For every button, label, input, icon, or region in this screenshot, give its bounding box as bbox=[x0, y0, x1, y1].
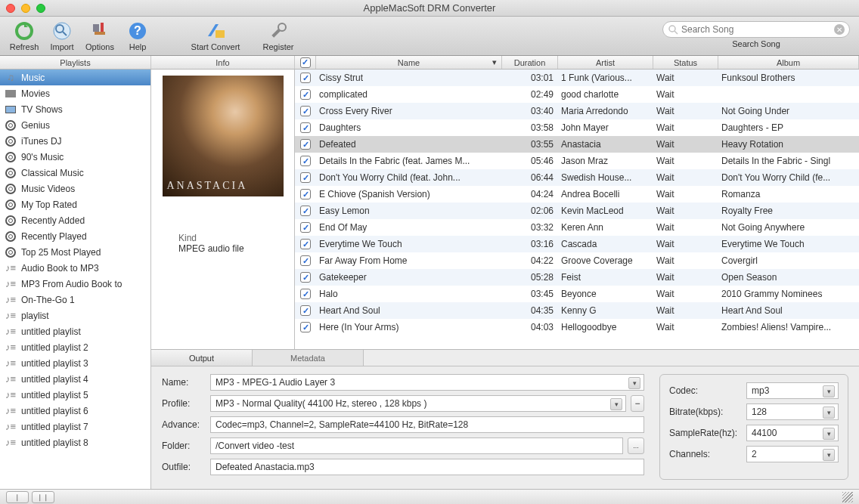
name-header[interactable]: Name▾ bbox=[316, 56, 502, 69]
table-row[interactable]: ✓Heart And Soul04:35Kenny GWaitHeart And… bbox=[295, 302, 859, 319]
play-button[interactable]: ❘ bbox=[6, 491, 29, 503]
sidebar-item[interactable]: iTunes DJ bbox=[0, 133, 150, 149]
info-header: Info bbox=[151, 56, 295, 69]
sidebar-item-label: untitled playlist 7 bbox=[21, 422, 88, 432]
table-row[interactable]: ✓Far Away From Home04:22Groove CoverageW… bbox=[295, 252, 859, 269]
row-checkbox[interactable]: ✓ bbox=[300, 305, 311, 316]
album-header[interactable]: Album bbox=[718, 56, 859, 69]
sidebar-item[interactable]: ♪≡untitled playlist bbox=[0, 323, 150, 339]
refresh-button[interactable]: Refresh bbox=[6, 18, 42, 54]
clear-search-icon[interactable]: ✕ bbox=[834, 24, 845, 35]
row-checkbox[interactable]: ✓ bbox=[300, 272, 311, 283]
sidebar-item[interactable]: 90's Music bbox=[0, 149, 150, 165]
checkbox-header[interactable]: ✓ bbox=[295, 56, 316, 69]
sidebar-item[interactable]: ♪≡playlist bbox=[0, 308, 150, 323]
table-row[interactable]: ✓Don't You Worry Child (feat. John...06:… bbox=[295, 169, 859, 186]
sidebar-item[interactable]: ♪≡untitled playlist 2 bbox=[0, 339, 150, 355]
sidebar-item-label: 90's Music bbox=[21, 152, 64, 162]
channels-select[interactable]: 2▾ bbox=[746, 446, 839, 462]
table-row[interactable]: ✓Cross Every River03:40Maria ArredondoWa… bbox=[295, 103, 859, 119]
bitrate-select[interactable]: 128▾ bbox=[746, 404, 839, 420]
samplerate-select[interactable]: 44100▾ bbox=[746, 425, 839, 441]
table-row[interactable]: ✓Daughters03:58John MayerWaitDaughters -… bbox=[295, 119, 859, 136]
start-convert-button[interactable]: Start Convert bbox=[186, 18, 245, 54]
sidebar-item-label: untitled playlist bbox=[21, 326, 81, 337]
table-row[interactable]: ✓Halo03:45BeyonceWait2010 Grammy Nominee… bbox=[295, 286, 859, 302]
sidebar[interactable]: ♫MusicMoviesTV ShowsGeniusiTunes DJ90's … bbox=[0, 70, 151, 489]
sidebar-item[interactable]: ♪≡Audio Book to MP3 bbox=[0, 260, 150, 276]
sidebar-item[interactable]: ♪≡untitled playlist 8 bbox=[0, 434, 150, 450]
table-row[interactable]: ✓Cissy Strut03:011 Funk (Various...WaitF… bbox=[295, 70, 859, 86]
sidebar-item[interactable]: Genius bbox=[0, 117, 150, 133]
row-checkbox[interactable]: ✓ bbox=[300, 239, 311, 249]
search-input[interactable] bbox=[681, 24, 834, 35]
help-button[interactable]: ? Help bbox=[119, 18, 156, 54]
pause-button[interactable]: ❘❘ bbox=[32, 491, 54, 503]
sidebar-item[interactable]: ♪≡untitled playlist 6 bbox=[0, 403, 150, 419]
row-checkbox[interactable]: ✓ bbox=[300, 255, 311, 266]
minimize-window-button[interactable] bbox=[21, 4, 30, 13]
row-checkbox[interactable]: ✓ bbox=[300, 139, 311, 150]
remove-profile-button[interactable]: − bbox=[631, 395, 644, 412]
samplerate-label: SampleRate(hz): bbox=[669, 428, 742, 438]
table-row[interactable]: ✓Here (In Your Arms)04:03HellogoodbyeWai… bbox=[295, 319, 859, 335]
row-checkbox[interactable]: ✓ bbox=[300, 322, 311, 332]
profile-select[interactable]: MP3 - Normal Quality( 44100 Hz, stereo ,… bbox=[210, 395, 626, 412]
resize-grip[interactable] bbox=[842, 492, 853, 502]
advance-field[interactable]: Codec=mp3, Channel=2, SampleRate=44100 H… bbox=[210, 416, 644, 433]
table-row[interactable]: ✓End Of May03:32Keren AnnWaitNot Going A… bbox=[295, 219, 859, 236]
sidebar-item[interactable]: Classical Music bbox=[0, 165, 150, 181]
output-settings-left: Name: MP3 - MPEG-1 Audio Layer 3▾ Profil… bbox=[162, 374, 644, 480]
artist-header[interactable]: Artist bbox=[558, 56, 653, 69]
browse-folder-button[interactable]: ... bbox=[628, 438, 644, 454]
outfile-field[interactable]: Defeated Anastacia.mp3 bbox=[210, 459, 644, 475]
sidebar-item[interactable]: Music Videos bbox=[0, 181, 150, 196]
sidebar-item[interactable]: Movies bbox=[0, 85, 150, 101]
register-button[interactable]: Register bbox=[260, 18, 296, 54]
sidebar-item[interactable]: ♪≡untitled playlist 4 bbox=[0, 371, 150, 387]
row-checkbox[interactable]: ✓ bbox=[300, 222, 311, 233]
sidebar-item[interactable]: My Top Rated bbox=[0, 196, 150, 212]
sidebar-item[interactable]: ♫Music bbox=[0, 70, 150, 85]
tab-metadata[interactable]: Metadata bbox=[253, 350, 364, 366]
table-row[interactable]: ✓Easy Lemon02:06Kevin MacLeodWaitRoyalty… bbox=[295, 203, 859, 219]
row-checkbox[interactable]: ✓ bbox=[300, 289, 311, 299]
row-checkbox[interactable]: ✓ bbox=[300, 122, 311, 133]
options-button[interactable]: Options bbox=[82, 18, 118, 54]
sidebar-item[interactable]: ♪≡untitled playlist 5 bbox=[0, 387, 150, 403]
sidebar-item[interactable]: ♪≡untitled playlist 3 bbox=[0, 355, 150, 371]
row-checkbox[interactable]: ✓ bbox=[300, 189, 311, 199]
table-row[interactable]: ✓Gatekeeper05:28FeistWaitOpen Season bbox=[295, 269, 859, 286]
table-row[interactable]: ✓Everytime We Touch03:16CascadaWaitEvery… bbox=[295, 236, 859, 252]
folder-field[interactable]: /Convert video -test bbox=[210, 438, 623, 454]
sidebar-item[interactable]: ♪≡MP3 From Audio Book to bbox=[0, 276, 150, 292]
zoom-window-button[interactable] bbox=[36, 4, 45, 13]
sidebar-item[interactable]: ♪≡On-The-Go 1 bbox=[0, 292, 150, 308]
status-header[interactable]: Status bbox=[653, 56, 718, 69]
cell-duration: 04:24 bbox=[502, 186, 558, 203]
sidebar-item[interactable]: ♪≡untitled playlist 7 bbox=[0, 419, 150, 434]
row-checkbox[interactable]: ✓ bbox=[300, 156, 311, 166]
close-window-button[interactable] bbox=[6, 4, 15, 13]
row-checkbox[interactable]: ✓ bbox=[300, 106, 311, 116]
svg-point-12 bbox=[669, 26, 675, 32]
name-select[interactable]: MP3 - MPEG-1 Audio Layer 3▾ bbox=[210, 374, 644, 391]
cell-artist: Anastacia bbox=[558, 136, 653, 153]
duration-header[interactable]: Duration bbox=[502, 56, 558, 69]
row-checkbox[interactable]: ✓ bbox=[300, 172, 311, 183]
search-input-wrap[interactable]: ✕ bbox=[662, 21, 850, 38]
row-checkbox[interactable]: ✓ bbox=[300, 89, 311, 100]
table-row[interactable]: ✓E Chiove (Spanish Version)04:24Andrea B… bbox=[295, 186, 859, 203]
row-checkbox[interactable]: ✓ bbox=[300, 73, 311, 83]
sidebar-item[interactable]: Recently Played bbox=[0, 228, 150, 244]
sidebar-item[interactable]: Top 25 Most Played bbox=[0, 244, 150, 260]
sidebar-item[interactable]: TV Shows bbox=[0, 101, 150, 117]
table-row[interactable]: ✓complicated02:49good charlotteWait bbox=[295, 86, 859, 103]
row-checkbox[interactable]: ✓ bbox=[300, 206, 311, 216]
import-button[interactable]: Import bbox=[44, 18, 80, 54]
table-row[interactable]: ✓Details In the Fabric (feat. James M...… bbox=[295, 153, 859, 169]
table-row[interactable]: ✓Defeated03:55AnastaciaWaitHeavy Rotatio… bbox=[295, 136, 859, 153]
sidebar-item[interactable]: Recently Added bbox=[0, 212, 150, 228]
tab-output[interactable]: Output bbox=[151, 350, 253, 366]
codec-select[interactable]: mp3▾ bbox=[746, 382, 839, 399]
